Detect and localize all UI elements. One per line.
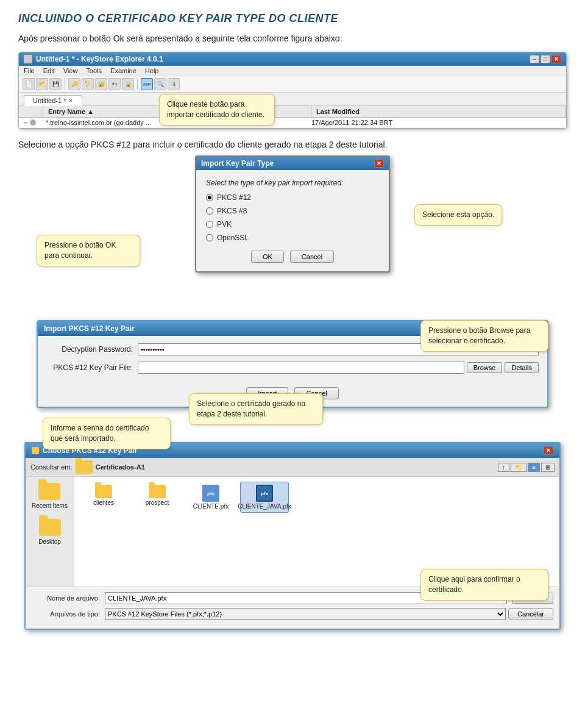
file-cliente-pfx[interactable]: pfx CLIENTE.pfx (186, 482, 235, 513)
callout-password-bubble: Informe a senha do certificado que será … (43, 418, 171, 449)
sidebar-recent[interactable]: Recent Items (32, 483, 68, 509)
radio-pkcs8[interactable]: PKCS #8 (206, 207, 379, 215)
file-clientes[interactable]: clientes (79, 482, 128, 513)
file-cliente-java-pfx-icon: pfx (256, 485, 273, 502)
location-folder-icon (76, 460, 93, 474)
choose-dialog: Choose PKCS #12 Key Pair ✕ Consultar em:… (24, 442, 561, 630)
toolbar-btn8[interactable]: ℹ (168, 78, 180, 90)
location-bar: Certificados-A1 (76, 460, 494, 474)
col-icon-header (19, 106, 43, 117)
menu-help[interactable]: Help (145, 67, 159, 74)
entry-modified: 17/Ago/2011 21:22:34 BRT (311, 119, 566, 126)
filetype-select[interactable]: PKCS #12 KeyStore Files (*.pfx;*.p12) (105, 608, 506, 620)
ks-titlebar-left: Untitled-1 * - KeyStore Explorer 4.0.1 (24, 55, 163, 63)
choose-new-folder-button[interactable]: 📁 (511, 463, 526, 472)
ks-toolbar: 📄 📂 💾 🔑 📜 🔐 🗝 🔒 IMP 🔍 ℹ (19, 76, 566, 93)
file-cliente-pfx-label: CLIENTE.pfx (193, 503, 229, 510)
sidebar-desktop-icon (39, 519, 61, 536)
ks-entry-row[interactable]: ─ *.treino-issintel.com.br (go daddy ...… (19, 118, 566, 128)
radio-openssl[interactable]: OpenSSL (206, 234, 379, 242)
ks-win-controls[interactable]: ─ □ ✕ (530, 55, 561, 63)
ks-tab-label: Untitled-1 * (33, 97, 66, 104)
import-key-pair-instruction: Select the type of key pair import requi… (206, 179, 379, 187)
radio-pvk-circle[interactable] (206, 221, 213, 228)
toolbar-save[interactable]: 💾 (49, 78, 62, 90)
toolbar-btn5[interactable]: 🗝 (108, 78, 121, 90)
details-button[interactable]: Details (505, 362, 539, 373)
toolbar-import[interactable]: IMP (141, 78, 153, 90)
radio-pkcs12-label: PKCS #12 (217, 193, 251, 202)
sidebar-desktop[interactable]: Desktop (38, 519, 61, 545)
ks-col-header: Entry Name ▲ Certificate Expiry Last Mod… (19, 106, 566, 118)
menu-tools[interactable]: Tools (86, 67, 102, 74)
toolbar-btn6[interactable]: 🔒 (122, 78, 134, 90)
ks-minimize-button[interactable]: ─ (530, 55, 539, 63)
choose-sidebar: Recent Items Desktop (26, 477, 74, 587)
menu-view[interactable]: View (63, 67, 78, 74)
file-cliente-java-pfx-label: CLIENTE_JAVA.pfx (238, 503, 291, 510)
callout-browse-text: Pressione o botão Browse para selecionar… (428, 326, 530, 345)
ks-tab-bar: Untitled-1 * ✕ (19, 93, 566, 106)
radio-openssl-circle[interactable] (206, 234, 213, 241)
import-key-pair-cancel[interactable]: Cancel (290, 251, 334, 263)
callout-select-cert-text: Selecione o certificado gerado na etapa … (197, 399, 305, 418)
ks-close-button[interactable]: ✕ (551, 55, 561, 63)
choose-details-button[interactable]: ⊞ (541, 463, 555, 472)
toolbar-open[interactable]: 📂 (36, 78, 48, 90)
choose-list-button[interactable]: ≡ (528, 463, 540, 472)
radio-group: PKCS #12 PKCS #8 PVK OpenSSL (206, 193, 379, 242)
ks-titlebar: Untitled-1 * - KeyStore Explorer 4.0.1 ─… (19, 52, 566, 66)
file-prospect-icon (149, 485, 166, 498)
choose-close-button[interactable]: ✕ (544, 446, 553, 455)
file-prospect-label: prospect (146, 499, 169, 506)
ks-maximize-button[interactable]: □ (541, 55, 550, 63)
choose-title-icon (32, 447, 39, 454)
callout-select-cert-bubble: Selecione o certificado gerado na etapa … (189, 393, 323, 425)
sidebar-recent-icon (38, 483, 60, 500)
location-label: Consultar em: (30, 463, 72, 471)
file-row: PKCS #12 Key Pair File: Browse Details (46, 362, 539, 374)
toolbar-new[interactable]: 📄 (23, 78, 35, 90)
filetype-row: Arquivos de tipo: PKCS #12 KeyStore File… (32, 608, 553, 620)
toolbar-btn3[interactable]: 📜 (82, 78, 94, 90)
toolbar-btn7[interactable]: 🔍 (154, 78, 166, 90)
file-clientes-label: clientes (93, 499, 114, 506)
import-key-pair-title-label: Import Key Pair Type (201, 159, 274, 168)
intro-text: Após pressionar o botão Ok será apresent… (18, 34, 567, 43)
radio-pvk[interactable]: PVK (206, 220, 379, 229)
callout-ok-text: Pressione o botão OK para continuar. (44, 241, 116, 260)
file-prospect[interactable]: prospect (133, 482, 182, 513)
choose-up-button[interactable]: ↑ (498, 463, 509, 472)
file-cliente-java-pfx[interactable]: pfx CLIENTE_JAVA.pfx (240, 482, 289, 513)
file-label: PKCS #12 Key Pair File: (46, 363, 138, 372)
radio-openssl-label: OpenSSL (217, 234, 249, 242)
ks-tab-untitled[interactable]: Untitled-1 * ✕ (24, 95, 82, 106)
keystoreexplorer-window: Untitled-1 * - KeyStore Explorer 4.0.1 ─… (18, 52, 567, 129)
file-input[interactable] (138, 362, 464, 374)
menu-examine[interactable]: Examine (110, 67, 136, 74)
ks-tab-close[interactable]: ✕ (68, 98, 73, 104)
toolbar-btn4[interactable]: 🔐 (95, 78, 107, 90)
import-key-pair-buttons: OK Cancel (206, 251, 379, 263)
browse-button[interactable]: Browse (467, 362, 503, 373)
toolbar-btn2[interactable]: 🔑 (68, 78, 80, 90)
callout-select-bubble: Selecione esta opção. (414, 204, 502, 226)
filename-label: Nome de arquivo: (32, 594, 105, 602)
toolbar-sep1 (65, 79, 65, 90)
ks-app-icon (24, 55, 32, 63)
file-clientes-icon (95, 485, 112, 498)
callout-import-bubble: Clique neste botão para importar certifi… (159, 94, 275, 126)
choose-nav-buttons[interactable]: ↑ 📁 ≡ ⊞ (498, 463, 555, 472)
radio-pkcs12[interactable]: PKCS #12 (206, 193, 379, 202)
menu-edit[interactable]: Edit (43, 67, 55, 74)
import-key-pair-ok[interactable]: OK (251, 251, 284, 263)
page-title: INCLUINDO O CERTIFICADO KEY PAIR TYPE DO… (18, 12, 567, 25)
menu-file[interactable]: File (24, 67, 35, 74)
callout-import-text: Clique neste botão para importar certifi… (167, 100, 264, 119)
callout-password-text: Informe a senha do certificado que será … (51, 424, 149, 443)
callout-ok-bubble: Pressione o botão OK para continuar. (37, 235, 140, 266)
cancelar-button[interactable]: Cancelar (508, 608, 553, 619)
radio-pkcs8-circle[interactable] (206, 207, 213, 215)
import-key-pair-close[interactable]: ✕ (374, 159, 384, 168)
radio-pkcs12-circle[interactable] (206, 194, 213, 201)
